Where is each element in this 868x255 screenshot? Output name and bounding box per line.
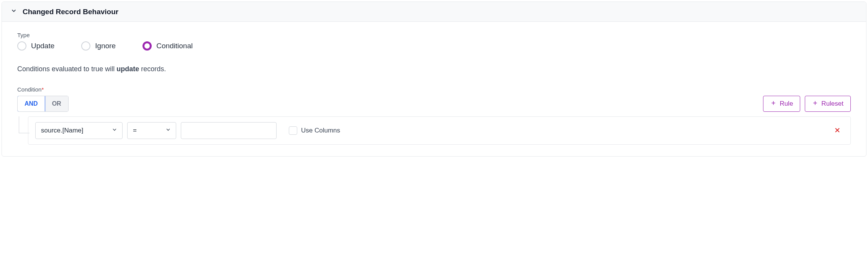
- use-columns-checkbox[interactable]: [289, 126, 297, 135]
- rule-field-value: source.[Name]: [41, 127, 84, 134]
- use-columns-wrap: Use Columns: [289, 126, 340, 135]
- plus-icon: [770, 100, 776, 108]
- type-radio-update[interactable]: Update: [17, 41, 54, 51]
- condition-toolbar: AND OR Rule Ruleset: [17, 96, 851, 112]
- panel-title: Changed Record Behaviour: [23, 8, 118, 16]
- radio-icon: [17, 41, 26, 51]
- chevron-down-icon: [165, 127, 171, 135]
- radio-icon: [81, 41, 90, 51]
- condition-label: Condition*: [17, 86, 851, 93]
- rule-action-buttons: Rule Ruleset: [763, 96, 851, 112]
- add-rule-button[interactable]: Rule: [763, 96, 800, 112]
- rule-field-select[interactable]: source.[Name]: [35, 122, 123, 139]
- type-radio-group: Update Ignore Conditional: [17, 41, 851, 51]
- close-icon: [834, 129, 841, 135]
- type-label: Type: [17, 32, 851, 38]
- chevron-down-icon: [111, 127, 118, 135]
- delete-rule-button[interactable]: [831, 124, 843, 137]
- hint-suffix: records.: [139, 65, 166, 73]
- panel-body: Type Update Ignore Conditional Condition…: [2, 22, 866, 156]
- radio-icon: [142, 41, 152, 51]
- panel-header[interactable]: Changed Record Behaviour: [2, 2, 866, 22]
- rule-value-input-wrap: [181, 122, 277, 139]
- rule-area: source.[Name] = Use Columns: [17, 116, 851, 145]
- logic-or-button[interactable]: OR: [45, 96, 68, 111]
- condition-label-text: Condition: [17, 86, 41, 93]
- logic-and-button[interactable]: AND: [17, 96, 45, 112]
- radio-label-ignore: Ignore: [95, 42, 116, 50]
- plus-icon: [812, 100, 818, 108]
- condition-hint: Conditions evaluated to true will update…: [17, 65, 851, 73]
- add-ruleset-label: Ruleset: [821, 100, 843, 108]
- hint-prefix: Conditions evaluated to true will: [17, 65, 116, 73]
- radio-label-update: Update: [31, 42, 54, 50]
- hint-bold: update: [116, 65, 139, 73]
- add-ruleset-button[interactable]: Ruleset: [805, 96, 851, 112]
- chevron-down-icon: [10, 7, 17, 16]
- changed-record-behaviour-panel: Changed Record Behaviour Type Update Ign…: [2, 2, 866, 157]
- rule-operator-select[interactable]: =: [127, 122, 176, 139]
- required-marker: *: [41, 86, 44, 93]
- logic-toggle: AND OR: [17, 96, 69, 112]
- use-columns-label: Use Columns: [301, 127, 340, 134]
- rule-operator-value: =: [133, 127, 137, 134]
- radio-label-conditional: Conditional: [156, 42, 193, 50]
- type-radio-ignore[interactable]: Ignore: [81, 41, 116, 51]
- type-radio-conditional[interactable]: Conditional: [142, 41, 193, 51]
- rule-value-input[interactable]: [187, 126, 271, 135]
- add-rule-label: Rule: [780, 100, 793, 108]
- rule-row: source.[Name] = Use Columns: [28, 116, 851, 145]
